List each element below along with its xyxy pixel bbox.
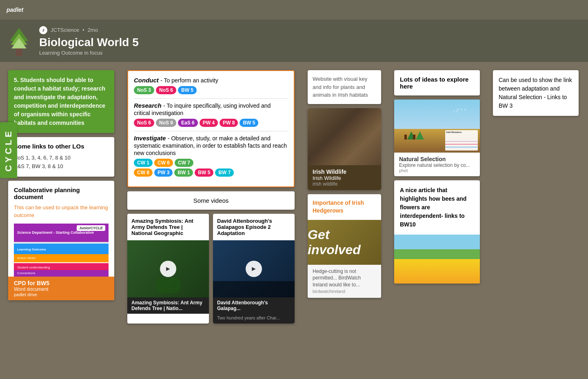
author-name: JCTScience (51, 27, 79, 33)
tag-cw6: CW 6 (154, 159, 173, 167)
natural-selection-card[interactable]: ✓ ✓ ✓ ✓ ✓ Add Mutation Natural Selection… (394, 100, 480, 176)
divider-1 (134, 98, 288, 99)
video1-title: Amazing Symbiosis: Ant Army Defends Tree… (127, 214, 209, 240)
video2-thumb[interactable]: ► (213, 240, 295, 297)
wildlife-title2: Irish Wildlife (313, 175, 376, 181)
cpd-link: padlet drive (14, 292, 109, 297)
collab-card[interactable]: Collaborative planning document This can… (8, 181, 114, 300)
wildlife-card[interactable]: Irish Wildlife Irish Wildlife irish wild… (308, 108, 381, 190)
play-button-1[interactable]: ► (160, 261, 176, 277)
research-tags: NoS 6 NoS 9 EaS 6 PW 4 PW 8 BW 5 (134, 119, 288, 127)
natural-desc: Explore natural selection by co... (399, 162, 475, 168)
collab-title: Collaborative planning document (14, 186, 109, 200)
cycle-text: CYCLE (3, 129, 13, 172)
video1-caption: Amazing Symbiosis: Ant Army Defends Tree… (127, 297, 209, 314)
header-dot: • (82, 27, 84, 33)
investigate-title: Investigate (134, 135, 166, 142)
video-card-1[interactable]: Amazing Symbiosis: Ant Army Defends Tree… (127, 214, 209, 324)
tag-bw1: BW 1 (174, 168, 193, 177)
links-card[interactable]: Some links to other LOs NoS 1, 3, 4, 6, … (8, 137, 114, 177)
links-line1: NoS 1, 3, 4, 6, 7, 8 & 10 (14, 154, 109, 162)
header-meta: J JCTScience • 2mo (39, 26, 139, 34)
play-button-2[interactable]: ► (246, 261, 262, 277)
bees-bottom-text: A nice article that highlights how bees … (394, 180, 480, 235)
video1-thumb[interactable]: ► (127, 240, 209, 297)
collab-thumbnail: Science Department - Starting Collaborat… (14, 224, 109, 277)
video2-caption: David Attenborough's Galapag... (213, 297, 295, 314)
tag-nos9: NoS 9 (156, 119, 176, 127)
tag-nos6: NoS 6 (156, 86, 176, 94)
sim-panel: Add Mutation (445, 130, 478, 151)
tag-bw5-i: BW 5 (195, 168, 213, 177)
cpd-sub: Word document (14, 286, 109, 292)
video2-subcaption: Two hundred years after Char... (213, 314, 295, 324)
tag-nos6-r: NoS 6 (134, 119, 154, 127)
investigate-tags-1: CW 1 CW 6 CW 7 (134, 159, 288, 167)
natural-thumb: ✓ ✓ ✓ ✓ ✓ Add Mutation (394, 100, 480, 153)
lo-text: 5. Students should be able to conduct a … (14, 77, 105, 126)
top-bar: padlet (0, 0, 588, 20)
header-time: 2mo (88, 27, 98, 33)
tree-icon (7, 24, 31, 57)
column-5: Can be used to show the link between ada… (489, 66, 583, 120)
wildlife-footer: Irish Wildlife Irish Wildlife irish wild… (308, 165, 381, 190)
hedgerow-link: birdwatchireland (313, 288, 376, 295)
tag-pw3: PW 3 (154, 168, 173, 177)
tag-cw7: CW 7 (175, 159, 193, 167)
column-4: Lots of ideas to explore here ✓ ✓ ✓ ✓ ✓ … (390, 66, 484, 288)
wildlife-thumb (308, 108, 381, 165)
video-card-2[interactable]: David Attenborough's Galapagos Episode 2… (213, 214, 295, 324)
tag-pw4: PW 4 (200, 119, 218, 127)
website-text: Website with visual key and info for pla… (313, 76, 368, 98)
hedgerow-title: Importance of Irish Hedgerows (308, 194, 381, 220)
video2-title: David Attenborough's Galapagos Episode 2… (213, 214, 295, 240)
cycle-strip: CYCLE (0, 122, 17, 178)
natural-link: phet (399, 168, 475, 173)
hedgerow-thumb: Get involved (308, 220, 381, 265)
tag-bw5-conduct: BW 5 (178, 86, 197, 94)
links-card-title: Some links to other LOs (14, 143, 109, 150)
hedgerow-thumb-text: Get involved (308, 227, 381, 257)
page-title: Biological World 5 (39, 36, 139, 49)
natural-footer: Natural Selection Explore natural select… (394, 153, 480, 176)
collab-desc: This can be used to unpack the learning … (14, 204, 109, 219)
wildlife-title1: Irish Wildlife (313, 168, 376, 175)
website-card[interactable]: Website with visual key and info for pla… (308, 70, 381, 104)
wildlife-link: irish wildlife (313, 181, 376, 187)
conduct-tags: NoS 3 NoS 6 BW 5 (134, 86, 288, 94)
cpd-title: CPD for BW5 (14, 280, 109, 286)
lo-card: 5. Students should be able to conduct a … (8, 70, 114, 133)
cpd-footer: CPD for BW5 Word document padlet drive (8, 277, 114, 300)
page-subtitle: Learning Outcome in focus (39, 50, 139, 56)
padlet-logo: padlet (7, 7, 23, 13)
hedgerow-footer-text: Hedge-cutting is not permitted... BirdWa… (313, 268, 376, 288)
main-grid: 5. Students should be able to conduct a … (0, 62, 588, 332)
bees-text: Can be used to show the link between ada… (499, 77, 572, 109)
tag-nos3: NoS 3 (134, 86, 154, 94)
page-header: J JCTScience • 2mo Biological World 5 Le… (0, 20, 588, 62)
column-1: 5. Students should be able to conduct a … (4, 66, 118, 304)
conduct-row: Conduct - To perform an activity NoS 3 N… (134, 77, 288, 94)
natural-title: Natural Selection (399, 156, 475, 162)
tag-cw8: CW 8 (134, 168, 153, 177)
videos-header-text: Some videos (193, 197, 229, 204)
hedgerow-card[interactable]: Importance of Irish Hedgerows Get involv… (308, 194, 381, 298)
bees-bottom-card[interactable]: A nice article that highlights how bees … (394, 180, 480, 284)
hedgerow-footer: Hedge-cutting is not permitted... BirdWa… (308, 265, 381, 298)
adapt-card[interactable]: Can be used to show the link between ada… (493, 70, 579, 116)
investigate-tags-2: CW 8 PW 3 BW 1 BW 5 BW 7 (134, 168, 288, 177)
tag-eas6: EaS 6 (178, 119, 198, 127)
column-3: Website with visual key and info for pla… (304, 66, 385, 302)
divider-2 (134, 131, 288, 131)
column-2: Conduct - To perform an activity NoS 3 N… (123, 66, 299, 328)
research-title: Research (134, 102, 162, 109)
action-words-card[interactable]: Conduct - To perform an activity NoS 3 N… (127, 70, 295, 187)
tag-bw5-r: BW 5 (240, 119, 258, 127)
research-row: Research - To inquire specifically, usin… (134, 102, 288, 127)
investigate-row: Investigate - Observe, study, or make a … (134, 135, 288, 177)
jct-badge: J (39, 26, 47, 34)
header-text-block: J JCTScience • 2mo Biological World 5 Le… (39, 26, 139, 56)
videos-header-card: Some videos (127, 191, 295, 210)
tag-cw1: CW 1 (134, 159, 153, 167)
tag-pw8: PW 8 (220, 119, 238, 127)
